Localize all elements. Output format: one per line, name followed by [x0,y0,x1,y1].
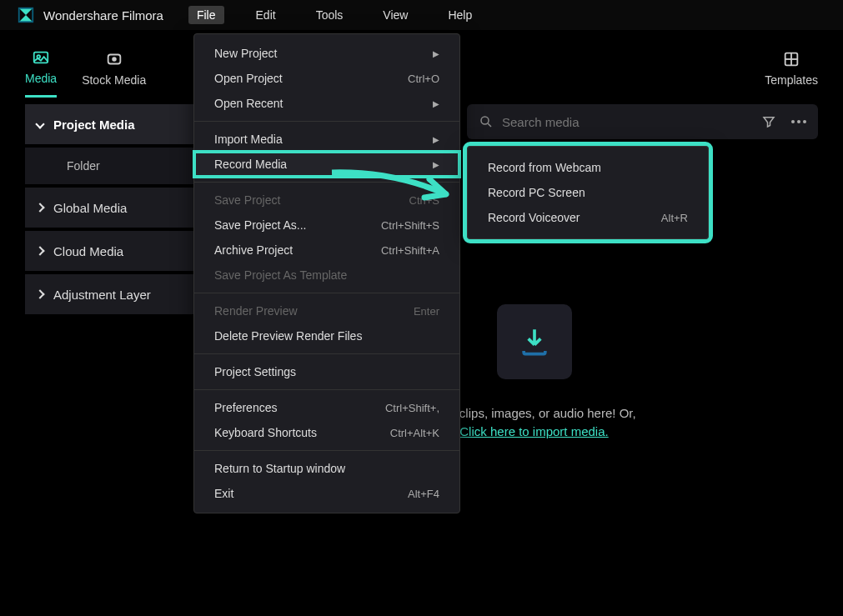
import-help-text: ideo clips, images, or audio here! Or, C… [432,404,635,442]
menu-exit[interactable]: ExitAlt+F4 [194,481,459,506]
menu-render-preview: Render PreviewEnter [194,298,459,323]
chevron-right-icon [35,246,44,255]
menu-open-recent[interactable]: Open Recent▶ [194,91,459,116]
menu-open-project[interactable]: Open ProjectCtrl+O [194,66,459,91]
submenu-arrow-icon: ▶ [433,160,439,169]
svg-point-4 [113,58,116,61]
menu-record-media[interactable]: Record Media▶ [194,152,459,177]
more-icon[interactable] [791,120,806,123]
menu-help[interactable]: Help [439,6,480,24]
menu-return-startup[interactable]: Return to Startup window [194,456,459,481]
menu-project-settings[interactable]: Project Settings [194,359,459,384]
sidebar-label: Global Media [53,201,127,215]
tab-label: Media [25,72,57,85]
submenu-arrow-icon: ▶ [433,99,439,108]
app-title: Wondershare Filmora [43,8,163,23]
file-menu: New Project▶ Open ProjectCtrl+O Open Rec… [193,33,460,513]
svg-line-9 [488,123,491,127]
chevron-right-icon [35,289,44,298]
cloud-icon [105,50,123,68]
submenu-record-voiceover[interactable]: Record VoiceoverAlt+R [468,205,708,230]
menu-archive-project[interactable]: Archive ProjectCtrl+Shift+A [194,238,459,263]
app-logo [17,6,35,24]
tab-media[interactable]: Media [25,48,57,98]
sidebar-label: Cloud Media [53,244,123,258]
title-bar: Wondershare Filmora File Edit Tools View… [0,0,843,30]
search-icon [479,114,494,129]
tab-label: Templates [765,73,818,87]
menu-save-project: Save ProjectCtrl+S [194,188,459,213]
menu-bar: File Edit Tools View Help [188,6,480,24]
import-drop-zone[interactable] [497,304,572,379]
submenu-arrow-icon: ▶ [433,135,439,144]
menu-import-media[interactable]: Import Media▶ [194,127,459,152]
sidebar-label: Project Media [53,118,135,132]
menu-edit[interactable]: Edit [248,6,284,24]
record-media-submenu: Record from Webcam Record PC Screen Reco… [467,146,709,239]
menu-separator [194,353,459,354]
download-icon [516,323,553,360]
menu-separator [194,182,459,183]
tab-label: Stock Media [82,73,146,87]
menu-separator [194,293,459,293]
menu-keyboard-shortcuts[interactable]: Keyboard ShortcutsCtrl+Alt+K [194,420,459,445]
menu-new-project[interactable]: New Project▶ [194,41,459,66]
media-icon [32,48,50,67]
submenu-record-screen[interactable]: Record PC Screen [468,180,708,205]
sidebar-label: Adjustment Layer [53,288,151,302]
svg-point-8 [481,117,489,124]
menu-tools[interactable]: Tools [308,6,352,24]
filter-icon[interactable] [761,114,776,129]
grid-icon [782,50,800,68]
chevron-down-icon [35,119,44,128]
menu-separator [194,389,459,390]
menu-separator [194,121,459,122]
chevron-right-icon [35,203,44,212]
submenu-arrow-icon: ▶ [433,49,439,58]
import-link[interactable]: Click here to import media. [459,424,608,438]
menu-separator [194,450,459,451]
menu-view[interactable]: View [374,6,416,24]
search-input[interactable] [502,115,753,129]
menu-save-template: Save Project As Template [194,263,459,288]
menu-preferences[interactable]: PreferencesCtrl+Shift+, [194,395,459,420]
menu-delete-preview[interactable]: Delete Preview Render Files [194,323,459,348]
menu-save-project-as[interactable]: Save Project As...Ctrl+Shift+S [194,213,459,238]
menu-file[interactable]: File [188,6,224,24]
submenu-record-webcam[interactable]: Record from Webcam [468,155,708,180]
search-bar [467,104,818,139]
tab-partial-2[interactable]: Templates [765,50,818,97]
tab-stock-media[interactable]: Stock Media [82,50,146,97]
